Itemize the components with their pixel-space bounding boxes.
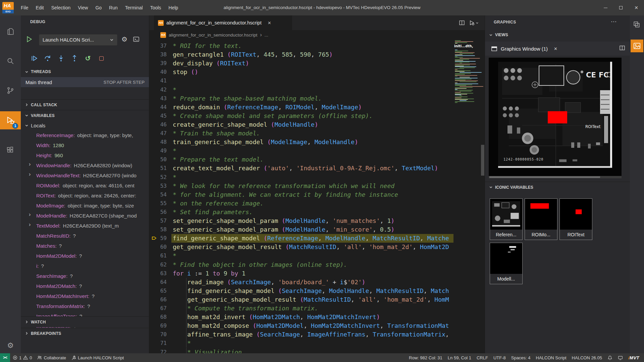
remote-indicator[interactable]: >< bbox=[0, 353, 10, 362]
variable-row-Height[interactable]: Height:960 bbox=[21, 150, 149, 160]
variable-row-ROIText[interactable]: ROIText:object: region, area: 26426, cen… bbox=[21, 190, 149, 200]
menu-terminal[interactable]: Terminal bbox=[121, 0, 147, 15]
thread-row[interactable]: Main thread STOP AFTER STEP bbox=[21, 77, 149, 87]
notifications-bell-icon[interactable] bbox=[605, 353, 615, 362]
variable-row-MatchResultID[interactable]: MatchResultID:? bbox=[21, 231, 149, 241]
menu-view[interactable]: View bbox=[74, 0, 92, 15]
code-line-37[interactable]: 37* ROI for the text. bbox=[149, 42, 453, 50]
variable-row-i[interactable]: i:? bbox=[21, 261, 149, 271]
source-control-icon[interactable] bbox=[0, 82, 21, 99]
variable-row-TransformationMatrix[interactable]: TransformationMatrix:? bbox=[21, 301, 149, 311]
graphics-window-close-icon[interactable]: ✕ bbox=[554, 46, 557, 51]
code-line-66[interactable]: 66 get_generic_shape_model_result (Match… bbox=[149, 295, 453, 304]
code-line-59[interactable]: 59find_generic_shape_model (ReferenceIma… bbox=[149, 234, 453, 243]
continue-button[interactable] bbox=[30, 54, 38, 62]
code-line-63[interactable]: 63for i := 1 to 9 by 1 bbox=[149, 269, 453, 278]
expand-chevron-icon[interactable]: › bbox=[29, 222, 31, 228]
variable-row-HomMat2DMatchInvert[interactable]: HomMat2DMatchInvert:? bbox=[21, 291, 149, 301]
graphics-split-icon[interactable] bbox=[619, 45, 625, 51]
breadcrumb-file[interactable]: alignment_for_ocr_in_semiconductor.hscri… bbox=[169, 33, 257, 38]
stop-button[interactable] bbox=[97, 54, 105, 62]
panel-more-icon[interactable]: ⋯ bbox=[611, 15, 616, 29]
restart-button[interactable]: ↺ bbox=[84, 54, 92, 62]
call-stack-section-header[interactable]: CALL STACK bbox=[21, 99, 149, 110]
menu-help[interactable]: Help bbox=[165, 0, 182, 15]
breakpoints-section-header[interactable]: BREAKPOINTS bbox=[21, 328, 149, 339]
expand-chevron-icon[interactable]: › bbox=[29, 212, 31, 218]
status-halcon-script[interactable]: HALCON Script bbox=[533, 353, 569, 362]
code-line-53[interactable]: 53* We look for the reference transforma… bbox=[149, 182, 453, 190]
variable-row-WindowHandle[interactable]: ›WindowHandle:H26CEAA82820 (window) bbox=[21, 160, 149, 170]
variable-row-HomMat2DMatch[interactable]: HomMat2DMatch:? bbox=[21, 281, 149, 291]
variable-row-HomMat2DModel[interactable]: HomMat2DModel:? bbox=[21, 251, 149, 261]
tab-close-icon[interactable]: ✕ bbox=[268, 20, 271, 25]
variable-row-WindowHandleText[interactable]: ›WindowHandleText:H26CEAA827F0 (windo bbox=[21, 170, 149, 180]
menu-selection[interactable]: Selection bbox=[48, 0, 74, 15]
graphics-view[interactable]: CE FC ROIText 1242-0000 bbox=[489, 58, 622, 178]
run-debug-icon[interactable]: 1 bbox=[0, 111, 21, 129]
problems-indicator[interactable]: 1 0 bbox=[10, 353, 35, 362]
code-line-60[interactable]: 60get_generic_shape_model_result (MatchR… bbox=[149, 243, 453, 251]
code-line-71[interactable]: 71 * bbox=[149, 339, 453, 348]
code-line-64[interactable]: 64 read_image (SearchImage, 'board/board… bbox=[149, 278, 453, 287]
code-line-45[interactable]: 45* Create shape model and set parameter… bbox=[149, 112, 453, 120]
code-line-50[interactable]: 50* Prepare the text model. bbox=[149, 155, 453, 164]
status-halcon-26-05[interactable]: HALCON 26.05 bbox=[569, 353, 605, 362]
code-line-56[interactable]: 56* Set find parameters. bbox=[149, 208, 453, 217]
code-line-39[interactable]: 39dev_display (ROIText) bbox=[149, 59, 453, 68]
variables-section-header[interactable]: VARIABLES bbox=[21, 110, 149, 121]
status-utf-8[interactable]: UTF-8 bbox=[491, 353, 508, 362]
menu-edit[interactable]: Edit bbox=[32, 0, 48, 15]
code-line-40[interactable]: 40stop () bbox=[149, 68, 453, 76]
code-line-43[interactable]: 43* Prepare the shape-based matching mod… bbox=[149, 94, 453, 103]
code-line-54[interactable]: 54* for the alignment. We can extract it… bbox=[149, 190, 453, 199]
code-line-49[interactable]: 49* bbox=[149, 146, 453, 155]
minimap[interactable]: initi...dth, bbox=[453, 40, 481, 353]
expand-chevron-icon[interactable]: › bbox=[29, 161, 31, 167]
code-line-61[interactable]: 61* bbox=[149, 251, 453, 260]
breadcrumb[interactable]: HA alignment_for_ocr_in_semiconductor.hs… bbox=[149, 30, 485, 40]
settings-gear-icon[interactable]: ⚙ bbox=[0, 341, 21, 350]
code-line-68[interactable]: 68 hom_mat2d_invert (HomMat2DMatch, HomM… bbox=[149, 313, 453, 321]
graphics-hscrollbar[interactable] bbox=[489, 176, 622, 178]
code-line-48[interactable]: 48train_generic_shape_model (ModelImage,… bbox=[149, 138, 453, 146]
menu-file[interactable]: File bbox=[17, 0, 32, 15]
code-line-62[interactable]: 62* Find the object in other images (onl… bbox=[149, 260, 453, 269]
iconic-tile-roi-text[interactable]: ROIText bbox=[559, 198, 592, 240]
run-or-debug-icon[interactable] bbox=[469, 20, 479, 26]
iconic-tile-model-image[interactable]: Modell... bbox=[490, 243, 523, 284]
launch-config-dropdown[interactable]: Launch HALCON Scri... bbox=[39, 34, 117, 46]
code-line-42[interactable]: 42* bbox=[149, 85, 453, 94]
status-ln-59-col-1[interactable]: Ln 59, Col 1 bbox=[445, 353, 474, 362]
extensions-icon[interactable] bbox=[0, 141, 21, 159]
watch-section-header[interactable]: WATCH bbox=[21, 316, 149, 327]
step-over-button[interactable] bbox=[44, 54, 52, 62]
status-spaces[interactable]: Spaces: 4 bbox=[508, 353, 533, 362]
step-into-button[interactable] bbox=[57, 54, 65, 62]
code-line-38[interactable]: 38gen_rectangle1 (ROIText, 445, 585, 590… bbox=[149, 50, 453, 59]
menu-tools[interactable]: Tools bbox=[147, 0, 165, 15]
code-line-58[interactable]: 58set_generic_shape_model_param (ModelHa… bbox=[149, 225, 453, 234]
variable-row-ModelHandle[interactable]: ›ModelHandle:H26CEAA827C0 (shape_mod bbox=[21, 210, 149, 221]
debug-start-button[interactable] bbox=[25, 36, 33, 43]
code-line-41[interactable]: 41 bbox=[149, 76, 453, 85]
step-out-button[interactable] bbox=[70, 54, 78, 62]
minimize-button[interactable] bbox=[598, 0, 613, 15]
variable-row-ROIModel[interactable]: ROIModel:object: region, area: 46116, ce… bbox=[21, 180, 149, 190]
code-line-70[interactable]: 70 affine_trans_image (SearchImage, Imag… bbox=[149, 330, 453, 339]
search-icon[interactable] bbox=[0, 52, 21, 70]
iconic-tile-roi-model[interactable]: ROIMo... bbox=[525, 198, 557, 240]
code-line-57[interactable]: 57set_generic_shape_model_param (ModelHa… bbox=[149, 217, 453, 225]
variable-row-Width[interactable]: Width:1280 bbox=[21, 140, 149, 150]
iconic-tile-reference-image[interactable]: Referen... bbox=[490, 198, 523, 240]
graphics-view-icon[interactable] bbox=[631, 40, 643, 52]
launch-script-button[interactable]: Launch HALCON Script bbox=[69, 353, 126, 362]
screencast-icon[interactable] bbox=[615, 353, 626, 362]
code-line-44[interactable]: 44reduce_domain (ReferenceImage, ROIMode… bbox=[149, 103, 453, 112]
threads-section-header[interactable]: THREADS bbox=[21, 66, 149, 77]
code-line-47[interactable]: 47* Train the shape model. bbox=[149, 129, 453, 138]
code-line-51[interactable]: 51create_text_model_reader ('auto', 'Ind… bbox=[149, 164, 453, 173]
panel-layout-icon[interactable] bbox=[633, 21, 640, 28]
variable-row-SearchImage[interactable]: SearchImage:? bbox=[21, 271, 149, 281]
tab-hscript-file[interactable]: HA alignment_for_ocr_in_semiconductor.hs… bbox=[154, 15, 292, 30]
